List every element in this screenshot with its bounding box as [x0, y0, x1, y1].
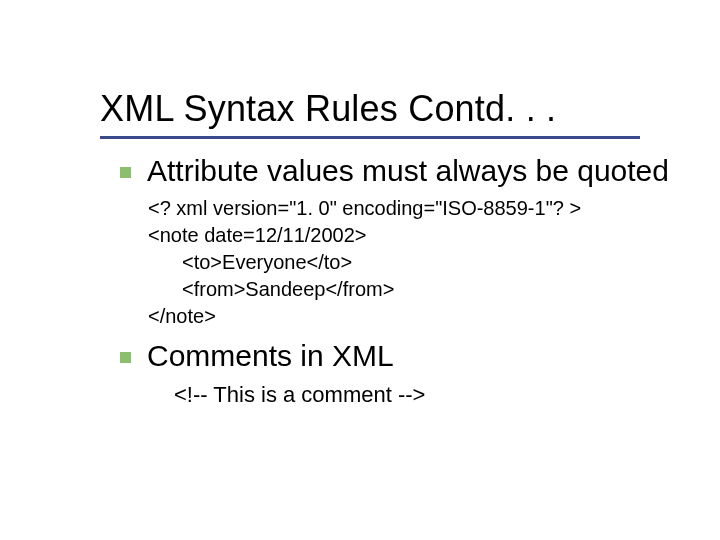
code-line: <note date=12/11/2002> [148, 224, 367, 246]
code-line: <!-- This is a comment --> [174, 382, 425, 407]
slide: XML Syntax Rules Contd. . . Attribute va… [0, 0, 720, 540]
code-line: <from>Sandeep</from> [148, 276, 680, 303]
title-rule [100, 136, 640, 139]
xml-comment-example: <!-- This is a comment --> [174, 382, 680, 408]
bullet-item: Attribute values must always be quoted [120, 153, 680, 189]
bullet-text: Attribute values must always be quoted [147, 153, 680, 189]
slide-title: XML Syntax Rules Contd. . . [100, 88, 680, 130]
bullet-item: Comments in XML [120, 338, 680, 374]
xml-code-block: <? xml version="1. 0" encoding="ISO-8859… [148, 195, 680, 330]
code-line: <to>Everyone</to> [148, 249, 680, 276]
square-bullet-icon [120, 352, 131, 363]
square-bullet-icon [120, 167, 131, 178]
slide-body: Attribute values must always be quoted <… [100, 153, 680, 408]
code-line: </note> [148, 305, 216, 327]
code-line: <? xml version="1. 0" encoding="ISO-8859… [148, 197, 581, 219]
bullet-text: Comments in XML [147, 338, 680, 374]
